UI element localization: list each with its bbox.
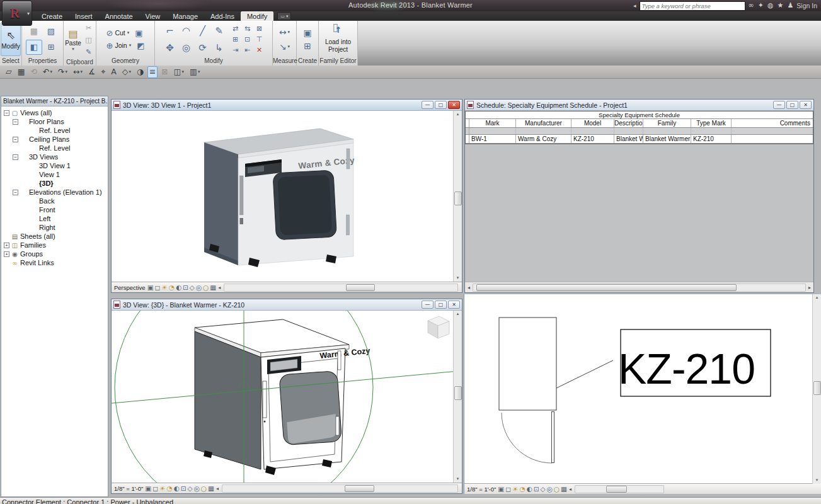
visual-style-icon[interactable]: ▣: [145, 484, 151, 493]
close-hidden-windows-icon[interactable]: ⊠▾: [159, 66, 169, 78]
tag-icon[interactable]: ⌖▾: [99, 66, 107, 78]
tree-item[interactable]: Ref. Level: [1, 126, 108, 135]
sun-path-icon[interactable]: ☀: [161, 283, 167, 292]
worksharing-icon[interactable]: ▦: [561, 484, 567, 493]
tree-expander-icon[interactable]: [4, 251, 9, 257]
copy-icon[interactable]: ◫: [83, 34, 95, 45]
window-titlebar[interactable]: 3D View: {3D} - Blanket Warmer - KZ-210 …: [112, 299, 462, 311]
viewbar-collapse-icon[interactable]: ◂: [218, 285, 221, 290]
sign-in-button[interactable]: Sign In: [796, 2, 820, 9]
minimize-button[interactable]: —: [422, 101, 433, 109]
ribbon-tab[interactable]: Create: [35, 11, 69, 21]
split-icon[interactable]: ⇤: [241, 45, 253, 55]
close-button[interactable]: ✕: [448, 301, 460, 309]
match-type-icon[interactable]: ✎: [83, 46, 95, 57]
tree-expander-icon[interactable]: [4, 243, 9, 248]
mirror-axis-icon[interactable]: ⇄: [229, 23, 241, 34]
viewbar-collapse-icon[interactable]: ◂: [569, 486, 571, 492]
tree-expander-icon[interactable]: [4, 110, 9, 116]
delete-icon[interactable]: ✕: [253, 45, 265, 55]
schedule-cell[interactable]: Blanket W: [614, 135, 643, 143]
modify-tool-button[interactable]: ⇖ Modify: [1, 22, 21, 56]
view-scale-label[interactable]: Perspective: [114, 284, 146, 291]
redo-icon[interactable]: ↷▾: [56, 66, 69, 78]
sun-path-icon[interactable]: ☀: [512, 484, 518, 493]
ribbon-tab[interactable]: Manage: [166, 11, 204, 21]
app-menu-button[interactable]: R ▾: [2, 1, 32, 26]
tree-item[interactable]: Views (all): [1, 108, 108, 117]
tree-item[interactable]: Sheets (all): [1, 232, 108, 241]
schedule-cell[interactable]: BW-1: [469, 135, 516, 143]
horizontal-scrollbar[interactable]: [575, 485, 664, 493]
family-types-icon[interactable]: ▦: [26, 24, 42, 39]
crop-region-icon[interactable]: ⊡: [183, 283, 188, 292]
tree-item[interactable]: Groups: [1, 249, 108, 258]
view-scale-label[interactable]: 1/8" = 1'-0": [114, 485, 143, 492]
ribbon-tab[interactable]: Annotate: [99, 11, 139, 21]
shadows-icon[interactable]: ◔: [519, 484, 525, 493]
schedule-horizontal-scrollbar[interactable]: ◂ ▸: [465, 282, 813, 292]
temporary-hide-icon[interactable]: ◎: [547, 484, 553, 493]
tree-item[interactable]: Families: [1, 241, 108, 249]
maximize-button[interactable]: □: [435, 101, 447, 109]
vertical-scrollbar[interactable]: ▴▾: [453, 111, 462, 282]
tree-item[interactable]: Revit Links: [1, 258, 108, 267]
solid-icon[interactable]: ▣: [135, 28, 142, 38]
titlebar[interactable]: Autodesk Revit 2013 - Blanket Warmer ◂ ∞…: [0, 0, 821, 11]
3d-view-canvas[interactable]: Warm & Cozy: [112, 311, 462, 483]
tree-item[interactable]: Right: [1, 223, 108, 232]
reveal-hidden-icon[interactable]: ○: [201, 484, 207, 493]
project-browser-titlebar[interactable]: Blanket Warmer - KZ-210 - Project B... ✕: [1, 96, 108, 106]
schedule-cell[interactable]: Blanket Warmer -: [643, 135, 691, 143]
user-interface-icon[interactable]: ▥▾: [188, 66, 202, 78]
worksharing-icon[interactable]: ▦: [210, 283, 216, 292]
crop-region-icon[interactable]: ⊡: [534, 484, 539, 493]
show-rendering-dialog-icon[interactable]: ◻: [152, 484, 158, 493]
measure-between-icon[interactable]: ↔▾: [279, 27, 290, 37]
tree-item[interactable]: Back: [1, 197, 108, 205]
visual-style-icon[interactable]: ▣: [147, 283, 154, 292]
chevron-down-icon[interactable]: ▾: [129, 43, 132, 48]
close-button[interactable]: ✕: [800, 101, 812, 109]
window-titlebar[interactable]: Schedule: Specialty Equipment Schedule -…: [465, 100, 813, 111]
move-icon[interactable]: ✥: [162, 40, 178, 56]
thin-lines-icon[interactable]: ≡▾: [147, 66, 158, 78]
tree-expander-icon[interactable]: [13, 119, 18, 125]
tree-item[interactable]: Ceiling Plans: [1, 135, 108, 144]
reveal-hidden-icon[interactable]: ○: [203, 283, 209, 292]
ribbon-display-toggle[interactable]: ▭▾: [277, 12, 291, 20]
scale-icon[interactable]: ⊡: [241, 34, 253, 45]
temporary-hide-icon[interactable]: ◎: [194, 484, 200, 493]
text-icon[interactable]: A▾: [109, 66, 118, 78]
view-cube[interactable]: [428, 316, 449, 338]
subscription-icon[interactable]: ✦: [758, 1, 764, 10]
measure-icon[interactable]: ↔▾: [71, 66, 84, 78]
offset-icon[interactable]: ◎: [178, 40, 194, 56]
horizontal-scrollbar[interactable]: [222, 484, 458, 493]
properties-icon[interactable]: ◧: [26, 40, 42, 55]
load-into-project-button[interactable]: ▯ ↑ Load into Project: [321, 23, 356, 55]
paint-icon[interactable]: ◩: [137, 41, 144, 50]
sun-path-icon[interactable]: ☀: [159, 484, 165, 493]
tree-item[interactable]: {3D}: [1, 179, 108, 188]
corner-align-icon[interactable]: ↳: [211, 40, 227, 56]
close-button[interactable]: ✕: [448, 101, 460, 109]
ribbon-tab[interactable]: Modify: [241, 11, 273, 21]
crop-region-icon[interactable]: ⊡: [181, 484, 187, 493]
unpin-icon[interactable]: ⊠: [253, 23, 265, 34]
join-geometry-icon[interactable]: ⊕: [106, 41, 113, 50]
join-label[interactable]: Join: [115, 42, 127, 49]
switch-windows-icon[interactable]: ◫▾: [172, 66, 186, 78]
show-rendering-dialog-icon[interactable]: ◻: [505, 484, 511, 493]
infocenter-collapse-icon[interactable]: ◂: [633, 3, 636, 9]
schedule-cell[interactable]: KZ-210: [571, 135, 614, 143]
tree-item[interactable]: 3D View 1: [1, 161, 108, 170]
search-icon[interactable]: ∞: [749, 1, 754, 10]
plan-view-pane[interactable]: KZ-210 ▴▾ 1/8" = 1'-0" ▣◻☀◔◐⊡◇◎○▦ ◂: [464, 294, 821, 494]
rotate-icon[interactable]: ⟳: [195, 40, 210, 56]
cut-geometry-icon[interactable]: ╱: [195, 23, 210, 39]
array-icon[interactable]: ⊞: [229, 34, 241, 45]
chevron-down-icon[interactable]: ▾: [127, 30, 130, 35]
unlocked-view-icon[interactable]: ◇: [541, 484, 546, 493]
ribbon-tab[interactable]: View: [139, 11, 167, 21]
